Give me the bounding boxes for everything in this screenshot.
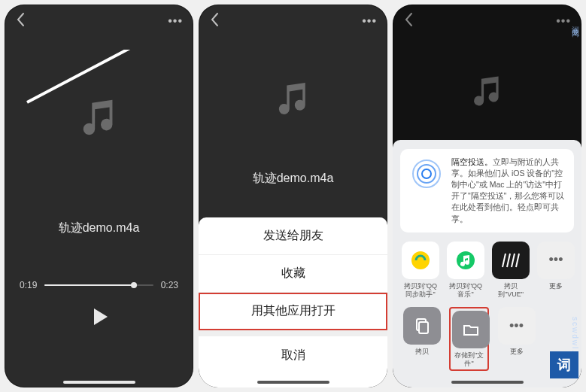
sheet-send-friend[interactable]: 发送给朋友 [199,217,387,255]
music-note-icon [272,77,314,123]
sheet-open-other[interactable]: 用其他应用打开 [199,293,387,330]
sheet-separator [199,330,387,336]
music-placeholder [199,38,387,162]
home-indicator [451,381,524,384]
phone-screen-1: ••• 轨迹demo.m4a 0:19 0:23 [5,5,193,387]
action-copy[interactable]: 拷贝 [402,307,442,371]
svg-point-4 [411,251,430,269]
home-indicator [257,381,329,384]
airdrop-title: 隔空投送。 [451,157,493,166]
sheet-cancel[interactable]: 取消 [199,336,387,374]
airdrop-text: 隔空投送。立即与附近的人共享。如果他们从 iOS 设备的"控制中心"或 Mac … [451,156,565,225]
sheet-favorite[interactable]: 收藏 [199,255,387,293]
filename-label: 轨迹demo.m4a [199,171,387,187]
progress-row: 0:19 0:23 [20,280,178,290]
back-icon[interactable] [403,12,414,30]
more-icon[interactable]: ••• [362,14,377,28]
action-row: 拷贝 存储到"文件" ••• 更多 [400,307,574,371]
svg-point-5 [457,251,475,269]
svg-rect-7 [419,322,428,333]
music-note-icon [468,71,507,114]
music-note-icon [76,94,123,144]
music-placeholder [5,38,193,199]
app-qqmusic[interactable]: 拷贝到"QQ音乐" [447,242,484,299]
action-save-files[interactable]: 存储到"文件" [449,307,489,371]
action-sheet: 发送给朋友 收藏 用其他应用打开 取消 [199,217,387,387]
nav-bar: ••• [199,5,387,38]
airdrop-body: 立即与附近的人共享。如果他们从 iOS 设备的"控制中心"或 Mac 上的"访达… [451,157,564,223]
svg-point-1 [422,169,431,178]
more-icon[interactable]: ••• [168,14,183,28]
back-icon[interactable] [15,12,26,30]
phone-screen-2: ••• 轨迹demo.m4a 发送给朋友 收藏 用其他应用打开 取消 [199,5,387,387]
phone-screen-3: ••• 隔空投送。立即与附近的人共享。如果他们从 iOS 设备的"控制中心"或 … [393,5,581,387]
nav-bar: ••• [393,5,581,38]
share-sheet: 隔空投送。立即与附近的人共享。如果他们从 iOS 设备的"控制中心"或 Mac … [393,140,581,388]
time-current: 0:19 [20,280,37,290]
airdrop-row[interactable]: 隔空投送。立即与附近的人共享。如果他们从 iOS 设备的"控制中心"或 Mac … [400,149,574,232]
home-indicator [63,381,135,384]
progress-track[interactable] [44,284,153,286]
more-icon[interactable]: ••• [556,14,571,28]
app-row: 拷贝到"QQ同步助手" 拷贝到"QQ音乐" 拷贝到"VUE" ••• 更多 [400,242,574,299]
progress-thumb[interactable] [131,282,137,288]
app-more[interactable]: ••• 更多 [537,242,575,299]
filename-label: 轨迹demo.m4a [5,220,193,236]
play-button[interactable] [20,305,178,331]
app-vue[interactable]: 拷贝到"VUE" [492,242,530,299]
music-placeholder [393,38,581,147]
back-icon[interactable] [209,12,220,30]
player-controls: 0:19 0:23 [5,280,193,331]
time-total: 0:23 [161,280,178,290]
nav-bar: ••• [5,5,193,38]
svg-point-2 [417,165,436,183]
airdrop-icon [409,156,444,191]
action-more[interactable]: ••• 更多 [496,307,536,371]
app-qqsync[interactable]: 拷贝到"QQ同步助手" [402,242,439,299]
